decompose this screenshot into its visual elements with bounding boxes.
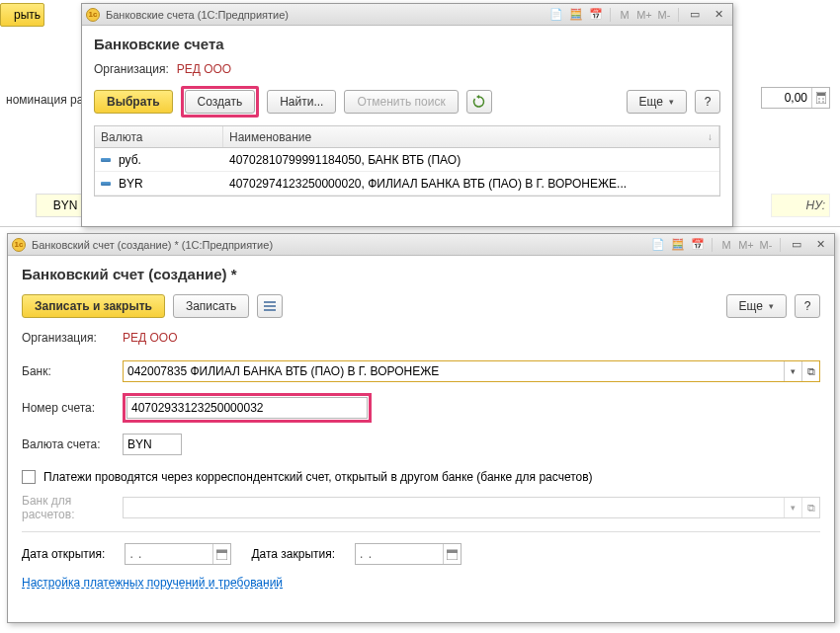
date-close-input[interactable]: . . — [355, 543, 462, 565]
cell-name: 40702974123250000020, ФИЛИАЛ БАНКА ВТБ (… — [229, 177, 627, 191]
calendar-icon[interactable] — [212, 544, 230, 564]
bg-close-button[interactable]: рыть — [0, 3, 44, 27]
mem-m-icon: M — [617, 7, 632, 23]
mem-m-icon: M — [718, 237, 734, 253]
separator — [678, 8, 679, 22]
currency-input[interactable] — [124, 435, 280, 454]
table-row[interactable]: BYR 40702974123250000020, ФИЛИАЛ БАНКА В… — [95, 172, 719, 196]
table-row[interactable]: руб. 40702810799991184050, БАНК ВТБ (ПАО… — [95, 148, 719, 172]
win2-titlebar[interactable]: 1c Банковский счет (создание) * (1С:Пред… — [8, 234, 834, 256]
dropdown-icon[interactable]: ▾ — [784, 361, 801, 381]
separator — [610, 8, 611, 22]
calendar-icon[interactable] — [443, 544, 461, 564]
bank-input[interactable] — [124, 361, 784, 381]
date-close-label: Дата закрытия: — [251, 547, 335, 561]
more-button[interactable]: Еще — [627, 90, 687, 114]
mem-mminus-icon: M- — [758, 237, 774, 253]
titlebar-calendar-icon[interactable]: 📅 — [690, 237, 706, 253]
create-highlight: Создать — [181, 86, 260, 118]
create-account-window: 1c Банковский счет (создание) * (1С:Пред… — [7, 233, 835, 623]
bank-calc-input — [124, 498, 784, 517]
titlebar-calc-icon[interactable]: 🧮 — [568, 7, 584, 23]
open-external-icon[interactable]: ⧉ — [801, 361, 819, 381]
help-button[interactable]: ? — [695, 90, 720, 114]
currency-label: Валюта счета: — [22, 437, 123, 451]
account-input[interactable] — [127, 398, 367, 418]
svg-point-5 — [822, 101, 824, 103]
account-label: Номер счета: — [22, 401, 123, 415]
dropdown-icon: ▾ — [784, 498, 801, 517]
payment-settings-link[interactable]: Настройка платежных поручений и требован… — [22, 576, 283, 590]
save-close-button[interactable]: Записать и закрыть — [22, 294, 165, 318]
titlebar-calendar-icon[interactable]: 📅 — [588, 7, 604, 23]
svg-point-2 — [818, 98, 820, 100]
calculator-icon[interactable] — [811, 88, 829, 108]
help-button[interactable]: ? — [795, 294, 820, 318]
bg-currency-value: BYN — [53, 198, 78, 212]
via-correspondent-checkbox[interactable] — [22, 470, 36, 484]
bg-close-label: рыть — [14, 8, 41, 22]
win1-page-title: Банковские счета — [94, 36, 720, 52]
minimize-icon[interactable]: ▭ — [685, 7, 705, 23]
bg-amount-input[interactable]: 0,00 — [761, 87, 830, 109]
date-open-label: Дата открытия: — [22, 547, 105, 561]
divider — [22, 531, 820, 532]
bg-amount-value: 0,00 — [785, 91, 811, 105]
bank-calc-label: Банк для расчетов: — [22, 494, 123, 521]
date-open-value: . . — [126, 547, 212, 561]
close-icon[interactable]: ✕ — [810, 237, 830, 253]
bank-calc-input-wrap: ▾ ⧉ — [123, 497, 820, 518]
titlebar-calc-icon[interactable]: 🧮 — [670, 237, 686, 253]
bank-label: Банк: — [22, 364, 123, 378]
currency-input-wrap — [123, 434, 182, 455]
row-icon — [101, 182, 111, 186]
svg-point-3 — [822, 98, 824, 100]
more-button[interactable]: Еще — [726, 294, 787, 318]
find-button[interactable]: Найти... — [267, 90, 336, 114]
win2-titlebar-text: Банковский счет (создание) * (1С:Предпри… — [32, 239, 650, 251]
account-input-wrap — [126, 397, 368, 419]
mem-mminus-icon: M- — [656, 7, 672, 23]
open-external-icon: ⧉ — [801, 498, 819, 517]
win1-titlebar[interactable]: 1c Банковские счета (1С:Предприятие) 📄 🧮… — [82, 4, 732, 26]
row-icon — [101, 158, 111, 162]
titlebar-doc-icon[interactable]: 📄 — [650, 237, 666, 253]
save-button[interactable]: Записать — [173, 294, 249, 318]
cell-currency: руб. — [119, 153, 141, 167]
win2-page-title: Банковский счет (создание) * — [22, 266, 820, 282]
col-currency[interactable]: Валюта — [95, 126, 223, 147]
org-label: Организация: — [94, 62, 169, 76]
close-icon[interactable]: ✕ — [709, 7, 728, 23]
minimize-icon[interactable]: ▭ — [787, 237, 806, 253]
separator — [712, 238, 713, 252]
mem-mplus-icon: M+ — [636, 7, 652, 23]
date-open-input[interactable]: . . — [125, 543, 231, 565]
cell-name: 40702810799991184050, БАНК ВТБ (ПАО) — [229, 153, 461, 167]
bg-hu-label: НУ: — [771, 194, 830, 217]
refresh-button[interactable] — [466, 90, 492, 114]
app-icon: 1c — [12, 238, 26, 252]
bank-input-wrap: ▾ ⧉ — [123, 360, 820, 382]
cancel-search-button[interactable]: Отменить поиск — [344, 90, 458, 114]
create-button[interactable]: Создать — [185, 90, 256, 114]
mem-mplus-icon: M+ — [738, 237, 754, 253]
win1-toolbar: Выбрать Создать Найти... Отменить поиск … — [94, 86, 720, 118]
select-button[interactable]: Выбрать — [94, 90, 173, 114]
org-value: РЕД ООО — [123, 331, 177, 345]
cell-currency: BYR — [119, 177, 143, 191]
bg-nomination-label: номинация ра — [0, 93, 89, 107]
col-name[interactable]: Наименование ↓ — [223, 126, 719, 147]
svg-rect-8 — [264, 309, 276, 311]
list-button[interactable] — [257, 294, 283, 318]
svg-rect-12 — [447, 550, 458, 553]
org-label: Организация: — [22, 331, 123, 345]
svg-rect-7 — [264, 305, 276, 307]
titlebar-doc-icon[interactable]: 📄 — [548, 7, 564, 23]
bank-accounts-window: 1c Банковские счета (1С:Предприятие) 📄 🧮… — [81, 3, 733, 227]
org-value: РЕД ООО — [177, 62, 231, 76]
separator — [780, 238, 781, 252]
svg-rect-10 — [216, 550, 227, 553]
svg-point-4 — [818, 101, 820, 103]
win2-toolbar: Записать и закрыть Записать Еще ? — [22, 294, 820, 318]
checkbox-label: Платежи проводятся через корреспондентск… — [43, 470, 593, 484]
